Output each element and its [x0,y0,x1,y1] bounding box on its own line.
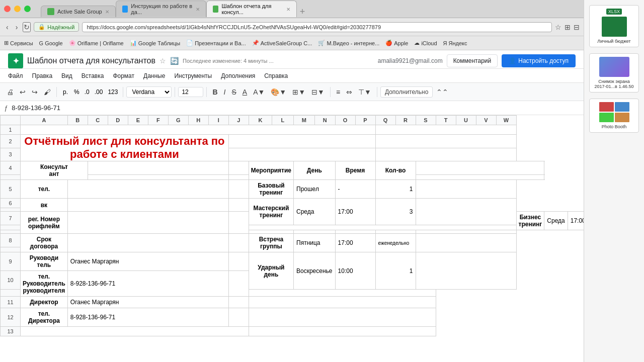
cell-Q1[interactable] [375,125,516,135]
cell-M5[interactable]: Прошел [294,180,336,199]
cell-C4[interactable] [88,161,228,175]
menu-addons[interactable]: Дополнения [217,70,259,81]
cell-O7[interactable]: 17:00 [568,212,584,230]
cell-J2[interactable] [228,135,375,148]
cell-R6[interactable] [416,199,516,225]
format-btn[interactable]: 123 [106,87,120,97]
cell-A13[interactable] [21,327,249,336]
col-J[interactable]: J [228,116,249,125]
cell-B10[interactable]: 8-928-136-96-71 [67,271,228,297]
cell-K10b[interactable] [249,290,436,297]
cell-A5[interactable]: тел. [21,180,68,199]
col-G[interactable]: G [168,116,188,125]
maximize-button[interactable] [24,6,31,12]
cell-A4[interactable]: Консультант [21,161,88,180]
col-C[interactable]: C [88,116,108,125]
cell-J12[interactable] [228,308,249,327]
menu-file[interactable]: Файл [4,70,27,81]
cell-B7[interactable] [67,212,228,234]
cell-A10[interactable]: тел. Руководитель руководителя [21,271,68,297]
cell-K4[interactable]: Мероприятие [249,161,293,180]
tab-close-1[interactable]: ✕ [105,9,109,15]
cell-O9[interactable]: 10:00 [335,252,375,290]
minimize-button[interactable] [14,6,21,12]
menu-edit[interactable]: Правка [28,70,57,81]
col-F[interactable]: F [148,116,168,125]
cell-A11[interactable]: Директор [21,297,68,308]
col-P[interactable]: P [355,116,375,125]
cell-O7c[interactable] [335,230,375,234]
paint-format-button[interactable]: 🖌 [41,86,53,98]
col-B[interactable]: B [67,116,88,125]
add-tab-button[interactable]: + [297,7,308,17]
star-icon[interactable]: ☆ [159,57,166,65]
cell-C4b[interactable] [88,175,228,180]
cell-K7c[interactable] [249,230,293,234]
cell-J6[interactable] [228,199,249,212]
cell-J3[interactable] [228,148,375,161]
cell-P6[interactable]: 3 [375,199,416,225]
tab-template[interactable]: Шаблон отчета для консул... ✕ [206,1,297,17]
bold-button[interactable]: B [210,86,220,98]
cell-P4[interactable]: Кол-во [375,161,416,180]
col-S[interactable]: S [416,116,436,125]
cell-P8[interactable]: еженедельно [375,234,416,252]
col-Q[interactable]: Q [375,116,395,125]
undo-button[interactable]: ↩ [17,86,28,98]
bookmark-button[interactable]: ☆ [555,23,561,31]
cell-M6[interactable]: Среда [294,199,336,225]
align-left-button[interactable]: ≡ [334,86,343,98]
cell-R8[interactable] [416,234,516,252]
bookmark-sheets[interactable]: 📊 Google Таблицы [130,40,180,46]
share-button[interactable]: 👤 Настройть доступ [502,54,576,67]
col-D[interactable]: D [108,116,128,125]
font-selector[interactable]: Verdana [126,86,172,98]
xlsx-file-icon[interactable]: XLSX Личный бюджет [589,5,639,47]
cell-M7c[interactable] [294,230,336,234]
cell-A12[interactable]: тел. Директора [21,308,68,327]
cell-B5[interactable] [67,180,228,199]
vertical-align-button[interactable]: ⊤▼ [356,86,374,98]
cell-M8[interactable]: Пятница [294,234,336,252]
text-color-button[interactable]: A▼ [251,86,267,98]
cell-Q4b[interactable] [416,175,544,180]
cell-A6[interactable]: вк [21,199,68,212]
cell-R5[interactable] [416,180,516,199]
cell-P7c[interactable] [375,230,416,234]
bookmark-google[interactable]: G Google [39,40,63,46]
cell-P5[interactable]: 1 [375,180,416,199]
col-N[interactable]: N [314,116,335,125]
cell-Q3[interactable] [375,148,516,161]
cell-K7[interactable]: Бизнес тренинг [516,212,544,230]
cell-J10[interactable] [228,271,249,297]
cell-R9[interactable] [416,252,516,290]
font-size-input[interactable] [178,87,203,97]
decimal-less[interactable]: .0 [83,87,92,97]
col-E[interactable]: E [128,116,148,125]
gdrive-icon[interactable]: 🔄 [170,57,179,65]
cell-O5[interactable]: - [335,180,375,199]
col-H[interactable]: H [188,116,208,125]
strikethrough-button[interactable]: S [229,86,238,98]
borders-button[interactable]: ⊞▼ [290,86,308,98]
col-W[interactable]: W [496,116,516,125]
col-I[interactable]: I [208,116,228,125]
bookmark-activesale[interactable]: 📌 ActiveSaleGroup С... [252,40,312,46]
forward-button[interactable]: › [14,22,20,32]
col-U[interactable]: U [456,116,476,125]
cell-O4[interactable]: Время [335,161,375,180]
screenshot-icon[interactable]: Снимок экрана 2017-01...в 1.46.50 [589,53,639,93]
cell-R7c[interactable] [416,230,516,234]
cell-B11[interactable]: Оганес Маргарян [67,297,228,308]
extension-button-2[interactable]: ⊟ [574,23,580,31]
bookmark-presentations[interactable]: 📄 Презентации и Ва... [186,40,246,46]
col-L[interactable]: L [272,116,293,125]
cell-J7[interactable] [228,212,249,234]
col-T[interactable]: T [436,116,456,125]
cell-K9[interactable]: Ударный день [249,252,293,290]
cell-B8[interactable] [67,234,228,252]
back-button[interactable]: ‹ [4,22,11,32]
col-R[interactable]: R [395,116,416,125]
menu-view[interactable]: Вид [57,70,76,81]
redo-button[interactable]: ↪ [29,86,40,98]
